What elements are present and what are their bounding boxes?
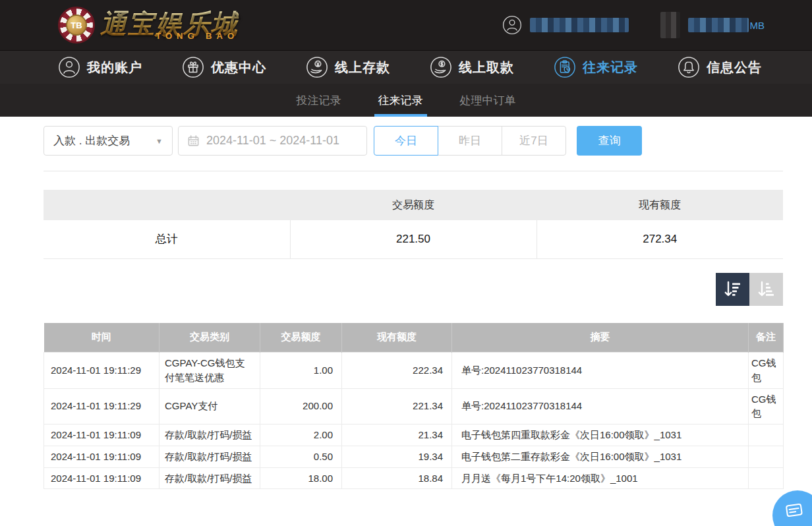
summary-total-label: 总计 [44,220,290,258]
table-row: 2024-11-01 19:11:29CGPAY支付200.00221.34单号… [44,388,784,424]
cell-note [749,424,784,446]
table-row: 2024-11-01 19:11:09存款/取款/打码/损益2.0021.34电… [44,424,784,446]
nav-item-1[interactable]: 我的账户 [58,56,142,78]
content-container: 入款 . 出款交易 ▼ 2024-11-01 ~ 2024-11-01 今日昨日… [44,126,783,489]
record-tabs-bar: 投注记录往来记录处理中订单 [0,84,812,117]
quick-range-3[interactable]: 近7日 [502,126,566,156]
transaction-type-select[interactable]: 入款 . 出款交易 ▼ [44,126,173,156]
cell-summary: 单号:202411023770318144 [452,353,749,389]
column-header-6: 备注 [749,323,784,353]
cell-note [749,446,784,467]
transaction-type-value: 入款 . 出款交易 [53,133,130,148]
nav-item-3[interactable]: 线上存款 [306,56,390,78]
nav-item-label: 线上取款 [459,59,514,76]
transactions-table: 时间交易类别交易额度现有额度摘要备注 2024-11-01 19:11:29CG… [44,323,784,490]
cell-type: 存款/取款/打码/损益 [160,446,260,467]
username-redacted [530,18,629,32]
summary-header-empty [44,190,290,220]
customer-service-icon [783,500,805,524]
cell-time: 2024-11-01 19:11:09 [44,467,160,489]
deposit-icon [306,56,328,78]
sort-controls [44,273,783,306]
summary-header-balance: 现有额度 [536,190,783,220]
tab-2[interactable]: 往来记录 [377,84,424,117]
column-header-4: 现有额度 [342,323,452,353]
poker-chip-icon: TB [58,7,95,44]
records-icon [554,56,576,78]
withdraw-icon [430,56,452,78]
column-header-3: 交易额度 [260,323,342,353]
cell-balance: 221.34 [342,388,452,424]
nav-item-label: 我的账户 [87,59,142,76]
gift-icon [182,56,204,78]
date-range-input[interactable]: 2024-11-01 ~ 2024-11-01 [178,126,367,156]
column-header-2: 交易类别 [160,323,260,353]
tab-1[interactable]: 投注记录 [295,84,343,117]
cell-time: 2024-11-01 19:11:29 [44,353,160,389]
bell-icon [678,56,700,78]
cell-balance: 18.84 [342,467,452,489]
filter-row: 入款 . 出款交易 ▼ 2024-11-01 ~ 2024-11-01 今日昨日… [44,126,783,156]
top-header-bar: TB 通宝娱乐城 TONG BAO MB [0,0,812,50]
cell-time: 2024-11-01 19:11:09 [44,424,160,446]
cell-amount: 200.00 [260,388,342,424]
tab-3[interactable]: 处理中订单 [459,84,517,117]
cell-summary: 月月送《每月1号下午14:20领取》_1001 [452,467,749,489]
summary-header-transaction: 交易额度 [290,190,536,220]
cell-note [749,467,784,489]
quick-range-1[interactable]: 今日 [374,126,438,156]
user-info-area: MB [502,12,765,38]
section-divider [44,171,783,171]
column-header-1: 时间 [44,323,160,353]
column-header-5: 摘要 [452,323,749,353]
cell-amount: 18.00 [260,467,342,489]
cell-summary: 电子钱包第二重存款彩金《次日16:00领取》_1031 [452,446,749,467]
main-navigation: 我的账户优惠中心线上存款线上取款往来记录信息公告 [0,50,812,84]
cell-balance: 19.34 [342,446,452,467]
cell-amount: 0.50 [260,446,342,467]
search-button[interactable]: 查询 [577,126,642,156]
nav-item-label: 线上存款 [335,59,390,76]
cell-amount: 2.00 [260,424,342,446]
quick-range-group: 今日昨日近7日 [374,126,566,156]
nav-item-label: 优惠中心 [211,59,266,76]
brand-name-en: TONG BAO [156,32,239,40]
cell-balance: 222.34 [342,353,452,389]
sort-desc-icon[interactable] [716,273,749,306]
cell-summary: 电子钱包第四重取款彩金《次日16:00领取》_1031 [452,424,749,446]
summary-table: 交易额度 现有额度 总计 221.50 272.34 [44,190,783,259]
customer-service-button[interactable] [772,490,812,526]
cell-time: 2024-11-01 19:11:09 [44,446,160,467]
table-row: 2024-11-01 19:11:29CGPAY-CG钱包支付笔笔送优惠1.00… [44,353,784,389]
cell-type: CGPAY-CG钱包支付笔笔送优惠 [160,353,260,389]
cell-time: 2024-11-01 19:11:29 [44,388,160,424]
summary-total-row: 总计 221.50 272.34 [44,220,783,258]
summary-transaction-total: 221.50 [290,220,536,258]
brand-logo[interactable]: TB 通宝娱乐城 TONG BAO [58,7,239,44]
cell-summary: 单号:202411023770318144 [452,388,749,424]
table-row: 2024-11-01 19:11:09存款/取款/打码/损益18.0018.84… [44,467,784,489]
cell-balance: 21.34 [342,424,452,446]
cell-note: CG钱包 [749,353,784,389]
nav-item-2[interactable]: 优惠中心 [182,56,266,78]
cell-note: CG钱包 [749,388,784,424]
caret-down-icon: ▼ [156,137,163,145]
quick-range-2[interactable]: 昨日 [438,126,502,156]
nav-item-label: 往来记录 [583,59,638,76]
cell-type: CGPAY支付 [160,388,260,424]
cell-type: 存款/取款/打码/损益 [160,424,260,446]
nav-item-label: 信息公告 [707,59,762,76]
sort-asc-icon[interactable] [749,273,783,306]
calendar-icon [187,134,200,147]
nav-item-4[interactable]: 线上取款 [430,56,514,78]
cell-amount: 1.00 [260,353,342,389]
user-icon [502,15,522,35]
cell-type: 存款/取款/打码/损益 [160,467,260,489]
table-row: 2024-11-01 19:11:09存款/取款/打码/损益0.5019.34电… [44,446,784,467]
date-range-value: 2024-11-01 ~ 2024-11-01 [206,134,339,148]
summary-balance-total: 272.34 [536,220,783,258]
nav-item-5[interactable]: 往来记录 [554,56,638,78]
nav-item-6[interactable]: 信息公告 [678,56,762,78]
chip-monogram: TB [66,15,87,36]
balance-icon-redacted [660,12,680,38]
